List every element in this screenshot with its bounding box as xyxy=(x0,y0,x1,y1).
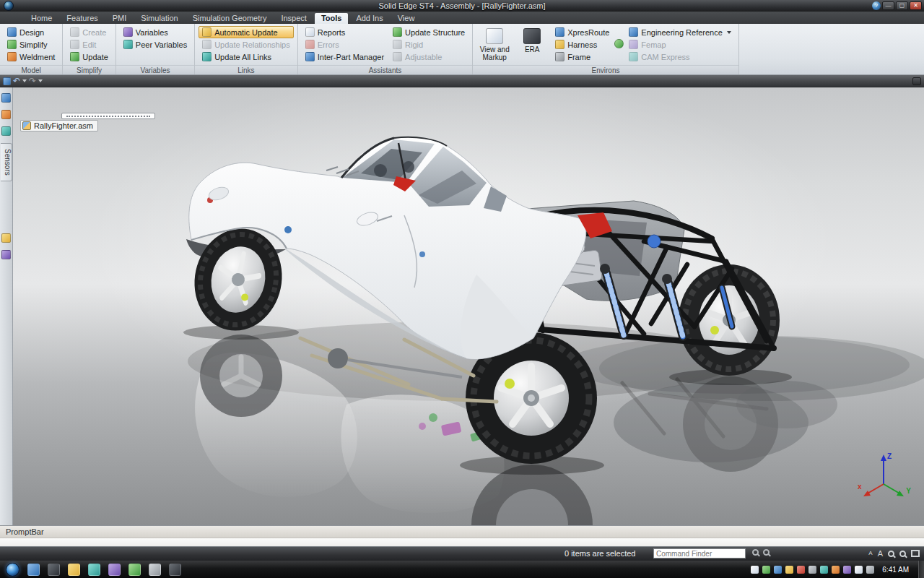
simplify-mode-button[interactable]: Simplify xyxy=(4,38,58,51)
tray-icon-7[interactable] xyxy=(820,566,828,574)
maximize-button[interactable]: ▢ xyxy=(896,1,908,10)
tray-icon-1[interactable] xyxy=(751,566,759,574)
fit-view-icon[interactable] xyxy=(911,550,920,557)
tab-features[interactable]: Features xyxy=(60,13,104,24)
web-browser-icon[interactable] xyxy=(1,250,11,259)
command-search-icon[interactable] xyxy=(752,549,759,556)
tab-home[interactable]: Home xyxy=(25,13,58,24)
edit-button[interactable]: Edit xyxy=(66,38,111,51)
text-larger-icon[interactable]: A xyxy=(878,549,883,558)
tray-icon-2[interactable] xyxy=(762,566,770,574)
tab-inspect[interactable]: Inspect xyxy=(274,13,313,24)
tray-icon-6[interactable] xyxy=(808,566,816,574)
update-structure-icon xyxy=(393,27,402,37)
environs-extra-icon[interactable] xyxy=(614,39,624,48)
3d-viewport[interactable]: RallyFighter.asm x Y Z xyxy=(13,87,924,525)
tab-add-ins[interactable]: Add Ins xyxy=(349,13,389,24)
group-label-assistants: Assistants xyxy=(298,65,472,74)
update-relationships-button[interactable]: Update Relationships xyxy=(199,38,294,51)
pathfinder-tab-icon[interactable] xyxy=(1,93,11,103)
update-icon xyxy=(70,52,79,61)
volume-icon[interactable] xyxy=(866,566,874,574)
assembly-node-label[interactable]: RallyFighter.asm xyxy=(20,120,98,131)
peer-variables-button[interactable]: Peer Variables xyxy=(120,38,191,51)
tab-pmi[interactable]: PMI xyxy=(106,13,134,24)
sensors-tab[interactable]: Sensors xyxy=(1,143,12,181)
parts-library-icon[interactable] xyxy=(1,110,11,119)
undo-dropdown-icon[interactable] xyxy=(22,79,27,82)
taskbar-app-7-icon[interactable] xyxy=(149,564,161,576)
redo-dropdown-icon[interactable] xyxy=(38,79,43,82)
group-label-simplify: Simplify xyxy=(63,65,115,74)
tray-icon-3[interactable] xyxy=(774,566,782,574)
taskbar-app-6-icon[interactable] xyxy=(128,564,141,576)
x-axis-label: x xyxy=(858,483,862,491)
taskbar-app-5-icon[interactable] xyxy=(108,564,121,576)
pathfinder-icon[interactable] xyxy=(3,77,11,85)
ribbon-options-icon[interactable] xyxy=(912,77,921,85)
xpresroute-button[interactable]: XpresRoute xyxy=(552,26,613,38)
femap-button[interactable]: Femap xyxy=(625,38,735,51)
automatic-update-button[interactable]: Automatic Update xyxy=(199,26,294,38)
triad-axes xyxy=(858,452,915,506)
adjustable-button[interactable]: Adjustable xyxy=(389,51,468,63)
frame-button[interactable]: Frame xyxy=(552,51,613,63)
taskbar-app-1-icon[interactable] xyxy=(27,564,40,576)
command-options-icon[interactable] xyxy=(763,549,770,556)
zoom-area-icon[interactable] xyxy=(899,551,906,557)
errors-button[interactable]: Errors xyxy=(302,38,388,51)
tray-clock[interactable]: 6:41 AM xyxy=(882,566,909,574)
prompt-input-strip[interactable] xyxy=(0,538,924,547)
rigid-button[interactable]: Rigid xyxy=(389,38,468,51)
command-finder-input[interactable] xyxy=(653,548,746,558)
harness-icon xyxy=(555,40,565,49)
help-icon[interactable]: ? xyxy=(872,1,881,10)
update-structure-button[interactable]: Update Structure xyxy=(389,26,468,38)
start-button[interactable] xyxy=(6,563,19,577)
cam-express-button[interactable]: CAM Express xyxy=(625,51,735,63)
text-smaller-icon[interactable]: A xyxy=(868,549,872,558)
tray-icon-4[interactable] xyxy=(785,566,793,574)
reports-button[interactable]: Reports xyxy=(302,26,388,38)
rally-fighter-model[interactable] xyxy=(13,87,924,525)
variables-button[interactable]: Variables xyxy=(120,26,191,38)
update-all-links-button[interactable]: Update All Links xyxy=(199,51,294,63)
app-logo-icon[interactable] xyxy=(4,1,14,11)
view-slider[interactable] xyxy=(61,113,155,119)
tray-icon-5[interactable] xyxy=(797,566,805,574)
ribbon: Design Simplify Weldment Model Create xyxy=(0,24,924,75)
tab-tools[interactable]: Tools xyxy=(315,13,349,24)
show-desktop-button[interactable] xyxy=(918,561,924,578)
taskbar-app-3-icon[interactable] xyxy=(68,564,80,576)
tab-simulation-geometry[interactable]: Simulation Geometry xyxy=(186,13,274,24)
update-button[interactable]: Update xyxy=(66,51,111,63)
engineering-reference-button[interactable]: Engineering Reference xyxy=(625,26,735,38)
network-icon[interactable] xyxy=(855,566,863,574)
tab-simulation[interactable]: Simulation xyxy=(134,13,184,24)
zoom-icon[interactable] xyxy=(888,551,894,557)
era-button[interactable]: ERA xyxy=(514,26,550,56)
close-button[interactable]: ✕ xyxy=(910,1,922,10)
tray-icon-8[interactable] xyxy=(832,566,840,574)
taskbar-app-2-icon[interactable] xyxy=(48,564,60,576)
harness-button[interactable]: Harness xyxy=(552,38,613,51)
view-and-markup-button[interactable]: View and Markup xyxy=(476,26,513,64)
create-button[interactable]: Create xyxy=(66,26,111,38)
layers-icon[interactable] xyxy=(1,126,11,136)
window-controls: ? — ▢ ✕ xyxy=(872,1,922,10)
frame-icon xyxy=(555,52,565,61)
taskbar-app-8-icon[interactable] xyxy=(169,564,181,576)
window-title: Solid Edge ST4 - Assembly - [RallyFighte… xyxy=(0,1,924,10)
weldment-button[interactable]: Weldment xyxy=(4,51,58,63)
design-button[interactable]: Design xyxy=(4,26,58,38)
undo-icon[interactable]: ↶ xyxy=(13,76,20,87)
y-axis-label: Y xyxy=(906,487,911,495)
redo-icon[interactable]: ↷ xyxy=(29,76,36,87)
taskbar-app-4-icon[interactable] xyxy=(88,564,100,576)
edit-icon xyxy=(70,40,79,49)
minimize-button[interactable]: — xyxy=(882,1,894,10)
feature-library-icon[interactable] xyxy=(1,233,11,243)
inter-part-manager-button[interactable]: Inter-Part Manager xyxy=(302,51,388,63)
tab-view[interactable]: View xyxy=(391,13,422,24)
tray-icon-9[interactable] xyxy=(843,566,851,574)
